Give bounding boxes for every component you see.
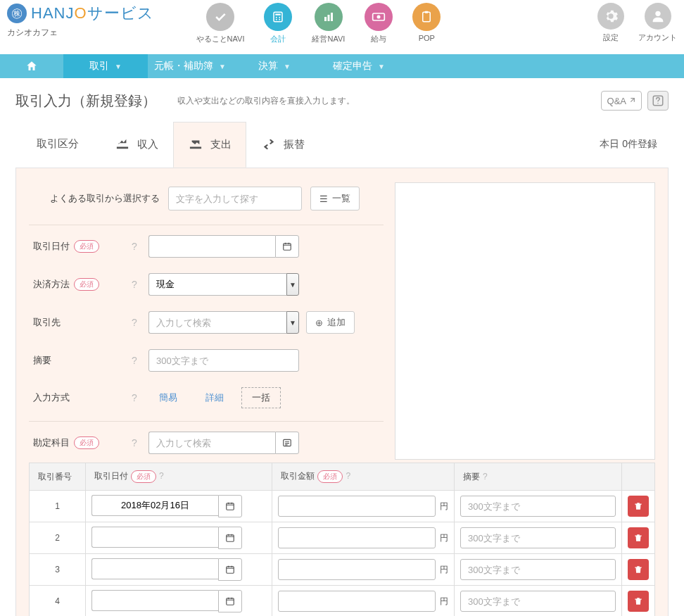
- row-amount-input[interactable]: [278, 559, 436, 580]
- row-date-input[interactable]: [91, 495, 218, 516]
- help-icon: [652, 94, 664, 107]
- delete-row-button[interactable]: [628, 591, 649, 612]
- money-icon: [365, 3, 393, 31]
- row-number: 1: [30, 491, 86, 522]
- chevron-down-icon: ▼: [284, 63, 291, 70]
- svg-rect-19: [227, 535, 234, 541]
- row-number: 4: [30, 586, 86, 617]
- nav-transactions[interactable]: 取引▼: [63, 54, 148, 78]
- row-summary-input[interactable]: [460, 591, 616, 612]
- plus-icon: ⊕: [315, 318, 323, 328]
- nav-home[interactable]: [0, 54, 63, 78]
- col-amount: 取引金額必須?: [272, 463, 455, 491]
- account-button[interactable]: アカウント: [638, 3, 677, 43]
- transaction-date-input[interactable]: [148, 235, 275, 258]
- calendar-icon[interactable]: [218, 558, 242, 581]
- calendar-icon[interactable]: [275, 235, 299, 258]
- income-icon: [115, 138, 130, 151]
- help-icon[interactable]: ?: [132, 392, 148, 403]
- chevron-down-icon[interactable]: ▼: [286, 273, 299, 296]
- type-tab-transfer[interactable]: 振替: [246, 122, 319, 167]
- partner-select[interactable]: ▼: [148, 311, 299, 334]
- top-right-controls: 設定 アカウント: [597, 3, 677, 43]
- expense-icon: [188, 138, 203, 151]
- help-icon[interactable]: ?: [132, 317, 148, 328]
- row-summary-input[interactable]: [460, 559, 616, 580]
- chart-icon: [315, 3, 343, 31]
- account-input[interactable]: [148, 432, 275, 454]
- user-icon: [645, 3, 671, 30]
- delete-row-button[interactable]: [628, 496, 649, 517]
- svg-point-2: [276, 17, 277, 18]
- delete-row-button[interactable]: [628, 559, 649, 580]
- app-pop[interactable]: POP: [412, 3, 441, 44]
- qa-button[interactable]: Q&A: [601, 91, 642, 111]
- search-label: よくある取引から選択する: [50, 192, 160, 205]
- mode-batch-button[interactable]: 一括: [241, 387, 281, 408]
- settings-button[interactable]: 設定: [597, 3, 624, 43]
- add-partner-button[interactable]: ⊕ 追加: [306, 311, 355, 334]
- required-badge: 必須: [74, 240, 99, 253]
- common-transaction-search: よくある取引から選択する ☰ 一覧: [29, 182, 384, 225]
- today-count: 本日 0件登録: [600, 138, 669, 151]
- required-badge: 必須: [74, 278, 99, 291]
- app-management[interactable]: 経営NAVI: [312, 3, 345, 44]
- help-icon[interactable]: ?: [132, 279, 148, 290]
- brand: ㊑ HANJOサービス カシオカフェ: [7, 3, 154, 39]
- type-tab-expense[interactable]: 支出: [173, 122, 246, 168]
- search-input[interactable]: [168, 187, 302, 210]
- summary-input[interactable]: [148, 349, 299, 372]
- row-summary-input[interactable]: [460, 496, 616, 517]
- app-accounting[interactable]: 会計: [264, 3, 292, 44]
- mode-detail-button[interactable]: 詳細: [195, 387, 234, 408]
- help-icon[interactable]: ?: [132, 437, 148, 448]
- help-icon[interactable]: ?: [132, 355, 148, 366]
- page-description: 収入や支出などの取引内容を直接入力します。: [177, 95, 355, 107]
- nav-closing[interactable]: 決算▼: [232, 54, 317, 78]
- app-todo[interactable]: やることNAVI: [196, 3, 245, 44]
- help-icon[interactable]: ?: [346, 471, 350, 481]
- list-button[interactable]: ☰ 一覧: [310, 187, 360, 210]
- row-date-input[interactable]: [91, 590, 218, 611]
- trash-icon: [633, 501, 643, 511]
- field-payment-method: 決済方法 必須 ? ▼: [29, 263, 384, 301]
- mode-simple-button[interactable]: 簡易: [148, 387, 188, 408]
- help-icon[interactable]: ?: [483, 472, 488, 482]
- gear-icon: [597, 3, 624, 30]
- brand-sub: カシオカフェ: [7, 27, 154, 39]
- svg-rect-18: [227, 503, 234, 510]
- required-badge: 必須: [74, 436, 99, 449]
- currency-label: 円: [440, 564, 448, 576]
- row-amount-input[interactable]: [278, 591, 436, 612]
- row-date-input[interactable]: [91, 558, 218, 579]
- chevron-down-icon[interactable]: ▼: [286, 311, 299, 334]
- payment-method-select[interactable]: ▼: [148, 273, 299, 296]
- currency-label: 円: [440, 532, 448, 544]
- transactions-table: 取引番号 取引日付必須? 取引金額必須? 摘要? 1円2円3円4円: [29, 463, 655, 616]
- trash-icon: [633, 596, 643, 606]
- help-button[interactable]: [647, 91, 669, 111]
- row-number: 3: [30, 554, 86, 586]
- payment-method-input[interactable]: [148, 273, 286, 296]
- type-tab-income[interactable]: 収入: [100, 122, 173, 167]
- chevron-down-icon: ▼: [115, 63, 122, 70]
- row-date-input[interactable]: [91, 527, 218, 548]
- calendar-icon[interactable]: [218, 590, 242, 612]
- app-payroll[interactable]: 給与: [365, 3, 393, 44]
- row-amount-input[interactable]: [278, 496, 436, 517]
- svg-rect-12: [425, 11, 429, 13]
- svg-rect-6: [324, 17, 327, 21]
- lookup-icon[interactable]: [275, 432, 299, 454]
- field-transaction-date: 取引日付 必須 ?: [29, 225, 384, 263]
- calendar-icon[interactable]: [218, 527, 242, 549]
- clipboard-icon: [412, 3, 441, 31]
- help-icon[interactable]: ?: [159, 471, 164, 481]
- row-summary-input[interactable]: [460, 527, 616, 548]
- partner-input[interactable]: [148, 311, 286, 334]
- help-icon[interactable]: ?: [132, 241, 148, 252]
- nav-taxreturn[interactable]: 確定申告▼: [317, 54, 401, 78]
- calendar-icon[interactable]: [218, 495, 242, 517]
- delete-row-button[interactable]: [628, 527, 649, 548]
- nav-ledger[interactable]: 元帳・補助簿▼: [148, 54, 232, 78]
- row-amount-input[interactable]: [278, 527, 436, 548]
